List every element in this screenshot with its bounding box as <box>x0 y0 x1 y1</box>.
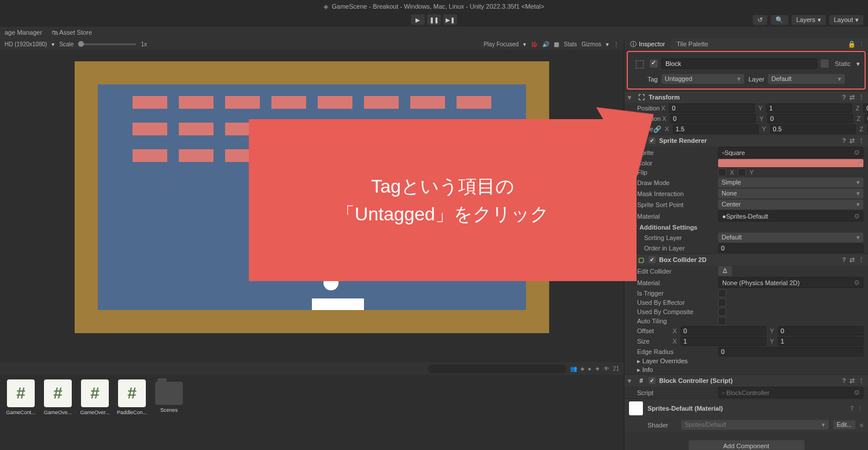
help-icon[interactable]: ? <box>842 94 846 101</box>
label-filter-icon[interactable]: ● <box>588 366 591 372</box>
resolution-dropdown[interactable]: HD (1920x1080) <box>5 41 47 47</box>
rot-z-input[interactable] <box>865 114 868 123</box>
menu-icon[interactable]: ⋮ <box>858 377 865 385</box>
pos-y-input[interactable] <box>766 104 852 113</box>
material-swatch[interactable] <box>629 401 643 415</box>
size-x-input[interactable] <box>681 337 766 346</box>
enable-checkbox[interactable] <box>649 256 656 263</box>
edit-collider-button[interactable]: ᐃ <box>718 266 732 276</box>
composite-checkbox[interactable] <box>718 308 726 316</box>
layer-dropdown[interactable]: Default <box>768 74 845 84</box>
project-search-input[interactable] <box>428 364 567 373</box>
scale-y-input[interactable] <box>770 124 856 134</box>
pos-z-input[interactable] <box>863 104 868 113</box>
flip-x-checkbox[interactable] <box>718 168 726 176</box>
info-header[interactable]: ▸ Info <box>637 366 718 374</box>
scale-x-input[interactable] <box>673 124 759 134</box>
object-name-input[interactable] <box>661 58 817 69</box>
shader-edit-button[interactable]: Edit... <box>833 421 855 429</box>
add-component-button[interactable]: Add Component <box>689 440 804 450</box>
asset-item[interactable]: #GameOver... <box>79 379 111 445</box>
gameobject-icon[interactable]: ⬚ <box>632 57 646 71</box>
menu-icon[interactable]: ⋮ <box>858 94 865 101</box>
asset-item[interactable]: #GameCont... <box>5 379 37 445</box>
flip-y-checkbox[interactable] <box>738 168 746 176</box>
layers-dropdown[interactable]: Layers ▾ <box>792 15 826 25</box>
favorite-icon[interactable]: ★ <box>595 366 600 372</box>
mask-interaction-dropdown[interactable]: None <box>718 189 863 198</box>
tag-dropdown[interactable]: Untagged <box>661 74 744 84</box>
search-button[interactable]: 🔍 <box>771 15 788 25</box>
asset-item[interactable]: #PaddleCon... <box>116 379 148 445</box>
help-icon[interactable]: ? <box>842 137 846 145</box>
help-icon[interactable]: ? <box>842 377 846 385</box>
rot-y-input[interactable] <box>767 114 853 123</box>
help-icon[interactable]: ? <box>842 256 846 264</box>
static-checkbox[interactable] <box>821 60 829 68</box>
tab-inspector[interactable]: ⓘInspector <box>624 38 671 50</box>
is-trigger-checkbox[interactable] <box>718 289 726 297</box>
rot-x-input[interactable] <box>670 114 756 123</box>
active-checkbox[interactable]: ✓ <box>650 60 658 68</box>
pos-x-input[interactable] <box>669 104 755 113</box>
used-by-composite-label: Used By Composite <box>637 308 718 315</box>
static-dropdown-icon[interactable]: ▾ <box>856 60 860 68</box>
auto-tiling-checkbox[interactable] <box>718 317 726 325</box>
edge-radius-input[interactable] <box>718 347 863 356</box>
layer-overrides-header[interactable]: ▸ Layer Overrides <box>637 357 718 365</box>
play-button[interactable]: ▶ <box>411 14 425 25</box>
additional-settings-header[interactable]: Additional Settings <box>624 222 868 232</box>
pause-button[interactable]: ❚❚ <box>427 14 441 25</box>
tab-package-manager[interactable]: age Manager <box>5 29 42 36</box>
tab-tile-palette[interactable]: Tile Palette <box>671 39 714 49</box>
project-toolbar: 👥 ♣ ● ★ 👁 21 <box>0 362 624 375</box>
shader-dropdown[interactable]: Sprites/Default <box>681 420 829 430</box>
stats-button[interactable]: Stats <box>564 41 577 47</box>
collapse-icon[interactable]: ▾ <box>628 377 634 385</box>
type-filter-icon[interactable]: ♣ <box>580 366 584 372</box>
order-in-layer-input[interactable] <box>718 244 863 253</box>
help-icon[interactable]: ? <box>850 405 854 412</box>
layout-dropdown[interactable]: Layout ▾ <box>829 15 863 25</box>
asset-folder[interactable]: Scenes <box>153 379 185 445</box>
sprite-field[interactable]: ▫Square <box>718 147 863 158</box>
effector-checkbox[interactable] <box>718 298 726 307</box>
enable-checkbox[interactable] <box>649 377 656 384</box>
filter-icon[interactable]: 👥 <box>570 366 577 372</box>
step-button[interactable]: ▶❚ <box>443 14 457 25</box>
audio-icon[interactable]: 🔊 <box>542 41 549 47</box>
sort-point-dropdown[interactable]: Center <box>718 200 863 209</box>
preset-icon[interactable]: ⇄ <box>849 377 855 385</box>
mute-icon[interactable]: 🐞 <box>531 41 538 47</box>
undo-history-button[interactable]: ↺ <box>753 15 767 25</box>
shader-menu-icon[interactable]: ≡ <box>860 422 863 429</box>
menu-icon[interactable]: ⋮ <box>858 256 865 264</box>
color-picker[interactable] <box>718 159 863 167</box>
tab-asset-store[interactable]: 🛍 Asset Store <box>52 29 92 36</box>
hidden-icon[interactable]: 👁 <box>604 366 609 372</box>
menu-icon[interactable]: ⋮ <box>858 40 865 48</box>
gizmos-dropdown[interactable]: Gizmos <box>582 41 601 47</box>
frame-icon[interactable]: ▦ <box>554 41 559 47</box>
script-field[interactable]: ▫ BlockController <box>718 387 863 398</box>
menu-icon[interactable]: ⋮ <box>613 41 619 47</box>
offset-x-input[interactable] <box>681 326 766 335</box>
menu-icon[interactable]: ⋮ <box>857 405 863 412</box>
sorting-layer-dropdown[interactable]: Default <box>718 233 863 242</box>
scale-slider[interactable] <box>78 43 136 45</box>
play-focused-dropdown[interactable]: Play Focused <box>484 41 519 47</box>
collider-material-field[interactable]: None (Physics Material 2D) <box>718 277 863 288</box>
size-y-input[interactable] <box>778 337 863 346</box>
preset-icon[interactable]: ⇄ <box>849 94 855 101</box>
material-field[interactable]: ●Sprites-Default <box>718 211 863 222</box>
lock-icon[interactable]: 🔒 <box>848 40 856 48</box>
draw-mode-dropdown[interactable]: Simple <box>718 178 863 187</box>
callout-line2: 「Untagged」をクリック <box>336 200 549 228</box>
offset-y-input[interactable] <box>778 326 863 335</box>
block-controller-component: ▾#Block Controller (Script)?⇄⋮ Script▫ B… <box>624 374 868 399</box>
auto-tiling-label: Auto Tiling <box>637 318 718 324</box>
preset-icon[interactable]: ⇄ <box>849 137 855 145</box>
menu-icon[interactable]: ⋮ <box>858 137 865 145</box>
asset-item[interactable]: #GameOve... <box>42 379 74 445</box>
preset-icon[interactable]: ⇄ <box>849 256 855 264</box>
